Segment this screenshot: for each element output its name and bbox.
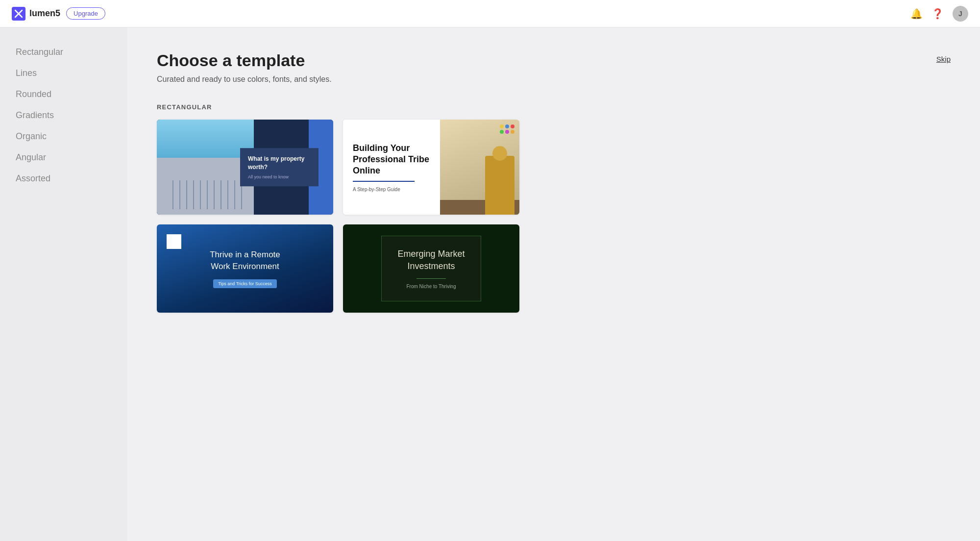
assembly-image-block (157, 120, 254, 215)
template-preview-nimbus: Thrive in a RemoteWork Environment Tips … (157, 224, 333, 312)
shamrock-divider (416, 278, 446, 279)
header-left: lumen5 Upgrade (12, 7, 105, 21)
chart-dot (511, 124, 514, 128)
shamrock-title-text: Emerging MarketInvestments (397, 248, 465, 272)
sidebar-item-rounded[interactable]: Rounded (16, 89, 112, 99)
main-header: Choose a template Curated and ready to u… (157, 51, 951, 84)
chart-dot (500, 124, 504, 128)
nimbus-content: Thrive in a RemoteWork Environment Tips … (210, 249, 280, 288)
chart-dot (500, 130, 504, 134)
sidebar-item-lines[interactable]: Lines (16, 68, 112, 78)
page-subtitle: Curated and ready to use colors, fonts, … (157, 75, 332, 84)
shamrock-subtitle: From Niche to Thriving (397, 284, 465, 289)
main-title-block: Choose a template Curated and ready to u… (157, 51, 332, 84)
header: lumen5 Upgrade 🔔 ❓ J (0, 0, 980, 27)
template-preview-assembly: What is my property worth? All you need … (157, 120, 333, 215)
person-head (492, 146, 507, 161)
meeting-shapes (440, 120, 519, 215)
nimbus-badge: Tips and Tricks for Success (213, 279, 277, 288)
header-right: 🔔 ❓ J (910, 6, 968, 22)
assembly-overlay-sub: All you need to know (248, 174, 311, 179)
lumen5-logo-icon (12, 7, 25, 21)
sidebar-item-angular[interactable]: Angular (16, 152, 112, 163)
building-rect (157, 158, 254, 215)
avatar[interactable]: J (953, 6, 968, 22)
origin-right (440, 120, 519, 215)
shamrock-box: Emerging MarketInvestments From Niche to… (381, 236, 481, 301)
template-card-assembly[interactable]: What is my property worth? All you need … (157, 120, 333, 215)
help-icon[interactable]: ❓ (931, 8, 944, 20)
origin-left: Building Your Professional Tribe Online … (343, 120, 440, 215)
sidebar-item-organic[interactable]: Organic (16, 131, 112, 142)
main-content: Choose a template Curated and ready to u… (127, 27, 980, 541)
sidebar-item-rectangular[interactable]: Rectangular (16, 47, 112, 57)
template-card-nimbus[interactable]: Thrive in a RemoteWork Environment Tips … (157, 224, 333, 312)
template-preview-origin: Building Your Professional Tribe Online … (343, 120, 519, 215)
template-card-shamrock[interactable]: Emerging MarketInvestments From Niche to… (343, 224, 519, 312)
template-card-origin[interactable]: Building Your Professional Tribe Online … (343, 120, 519, 215)
chart-dot (505, 130, 509, 134)
origin-subtitle: A Step-by-Step Guide (353, 187, 430, 192)
notification-icon[interactable]: 🔔 (910, 8, 923, 20)
assembly-overlay: What is my property worth? All you need … (240, 148, 318, 186)
building-shape (157, 120, 254, 215)
template-grid: What is my property worth? All you need … (157, 120, 519, 313)
nimbus-square (167, 234, 181, 249)
nimbus-title-text: Thrive in a RemoteWork Environment (210, 249, 280, 272)
origin-main-text: Building Your Professional Tribe Online (353, 143, 430, 177)
meeting-scene (440, 120, 519, 215)
assembly-overlay-text: What is my property worth? (248, 155, 311, 172)
template-preview-shamrock: Emerging MarketInvestments From Niche to… (343, 224, 519, 312)
logo-text: lumen5 (29, 8, 60, 19)
building-windows (167, 180, 244, 209)
person-shape (485, 156, 514, 215)
layout: Rectangular Lines Rounded Gradients Orga… (0, 27, 980, 541)
chart-dot (511, 130, 514, 134)
chart-dot (505, 124, 509, 128)
chart-dots (500, 124, 514, 134)
sidebar-item-assorted[interactable]: Assorted (16, 173, 112, 184)
sidebar-item-gradients[interactable]: Gradients (16, 110, 112, 121)
page-title: Choose a template (157, 51, 332, 70)
sidebar: Rectangular Lines Rounded Gradients Orga… (0, 27, 127, 541)
upgrade-button[interactable]: Upgrade (66, 7, 105, 20)
origin-underline (353, 181, 415, 182)
section-title: RECTANGULAR (157, 103, 951, 111)
skip-link[interactable]: Skip (936, 55, 951, 63)
logo[interactable]: lumen5 (12, 7, 60, 21)
